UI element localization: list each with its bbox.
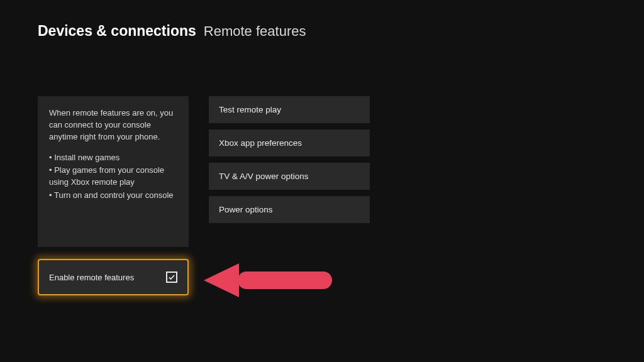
info-bullet: Install new games — [49, 152, 177, 164]
content-area: When remote features are on, you can con… — [0, 40, 644, 247]
menu-item-tv-av-power-options[interactable]: TV & A/V power options — [209, 163, 370, 190]
info-intro-text: When remote features are on, you can con… — [49, 107, 177, 143]
info-bullet: Turn on and control your console — [49, 190, 177, 202]
enable-remote-features-toggle[interactable]: Enable remote features — [38, 259, 189, 295]
annotation-arrow-icon — [204, 261, 336, 302]
menu-list: Test remote play Xbox app preferences TV… — [209, 96, 370, 223]
breadcrumb-secondary: Remote features — [204, 23, 306, 40]
menu-item-test-remote-play[interactable]: Test remote play — [209, 96, 370, 123]
menu-item-xbox-app-preferences[interactable]: Xbox app preferences — [209, 129, 370, 156]
svg-marker-0 — [204, 263, 239, 297]
info-panel: When remote features are on, you can con… — [38, 96, 189, 247]
info-bullet: Play games from your console using Xbox … — [49, 165, 177, 189]
checkbox-checked-icon — [166, 272, 177, 283]
info-bullet-list: Install new games Play games from your c… — [49, 152, 177, 202]
menu-item-power-options[interactable]: Power options — [209, 196, 370, 223]
enable-label: Enable remote features — [49, 273, 134, 282]
breadcrumb-primary: Devices & connections — [38, 23, 196, 40]
svg-rect-1 — [238, 272, 332, 289]
page-header: Devices & connections Remote features — [0, 0, 644, 40]
